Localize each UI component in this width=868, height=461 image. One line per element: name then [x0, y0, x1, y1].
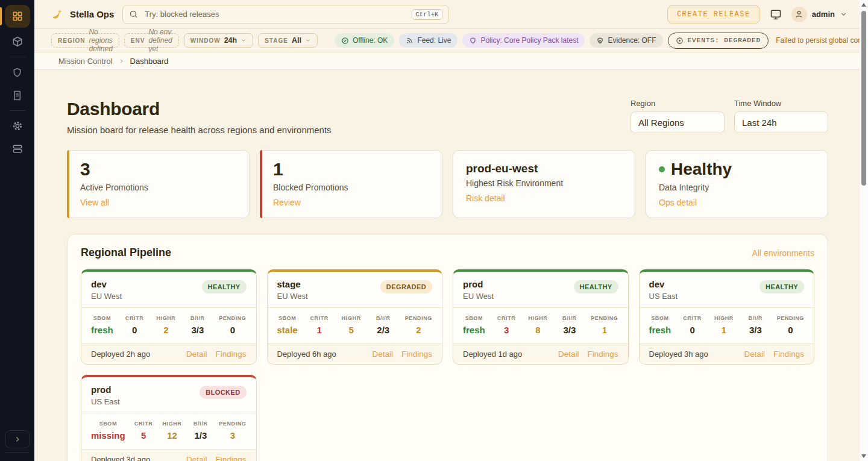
active-promotions-card: 3 Active Promotions View all	[67, 150, 250, 218]
stat-critr-value: 3	[496, 325, 517, 335]
findings-link[interactable]: Findings	[587, 350, 618, 359]
server-icon	[11, 143, 24, 155]
sidebar-divider	[5, 452, 30, 453]
ops-detail-link[interactable]: Ops detail	[659, 198, 697, 207]
stat-highr-value: 8	[527, 325, 548, 335]
global-search[interactable]: Ctrl+K	[122, 5, 449, 24]
pipeline-grid: dev EU West HEALTHY SBOMfresh CRITR0 HIG…	[81, 269, 814, 461]
search-input[interactable]	[143, 9, 406, 19]
chip-label: STAGE	[265, 37, 288, 44]
stat-header: SBOM	[463, 315, 485, 321]
offline-status-pill[interactable]: Offline: OK	[335, 33, 394, 48]
pipeline-card-stage-eu-west: stage EU West DEGRADED SBOMstale CRITR1 …	[267, 269, 443, 365]
time-window-select[interactable]: Last 24h	[734, 111, 828, 133]
card-accent	[260, 150, 262, 218]
stat-header: B/I/R	[559, 315, 580, 321]
chevron-right-icon	[118, 58, 125, 64]
chevron-right-icon	[13, 435, 22, 444]
env-name: dev	[649, 279, 678, 289]
stage-filter-chip[interactable]: STAGE All	[258, 33, 318, 48]
events-status-pill[interactable]: EVENTS: DEGRADED	[668, 33, 769, 49]
breadcrumb-parent[interactable]: Mission Control	[58, 57, 113, 66]
card-accent	[67, 150, 69, 218]
stat-header: CRITR	[496, 315, 517, 321]
region-filter-chip[interactable]: REGION No regions defined	[51, 33, 119, 48]
blocked-promotions-card: 1 Blocked Promotions Review	[260, 150, 442, 218]
evidence-status-pill[interactable]: Evidence: OFF	[590, 33, 662, 48]
view-all-link[interactable]: View all	[80, 198, 109, 207]
card-value: prod-eu-west	[466, 163, 622, 175]
findings-link[interactable]: Findings	[215, 350, 246, 359]
sidebar-item-settings[interactable]	[5, 117, 30, 135]
env-region: US East	[649, 292, 678, 301]
stat-header: SBOM	[91, 421, 125, 427]
health-dot-icon	[659, 166, 665, 172]
data-integrity-card: Healthy Data Integrity Ops detail	[646, 150, 828, 218]
findings-link[interactable]: Findings	[401, 350, 432, 359]
detail-link[interactable]: Detail	[744, 350, 765, 359]
display-mode-button[interactable]	[769, 7, 783, 22]
sidebar-item-security[interactable]	[5, 63, 30, 81]
env-region: US East	[91, 397, 120, 406]
all-environments-link[interactable]: All environments	[752, 248, 815, 258]
region-select[interactable]: All Regions	[631, 111, 725, 133]
sidebar-item-releases[interactable]	[5, 33, 30, 51]
card-label: Data Integrity	[659, 183, 815, 192]
create-release-button[interactable]: CREATE RELEASE	[667, 5, 760, 24]
avatar	[791, 7, 807, 22]
chip-label: REGION	[58, 37, 85, 44]
pipeline-card-dev-eu-west: dev EU West HEALTHY SBOMfresh CRITR0 HIG…	[81, 269, 257, 365]
env-region: EU West	[463, 292, 494, 301]
scroll-down-arrow[interactable]	[861, 454, 866, 458]
context-bar: REGION No regions defined ENV No env def…	[34, 28, 860, 52]
monitor-icon	[770, 8, 782, 20]
sidebar-collapse-button[interactable]	[5, 430, 30, 448]
sidebar-item-documents[interactable]	[5, 86, 30, 104]
feed-status-pill[interactable]: Feed: Live	[399, 33, 458, 48]
search-icon	[129, 10, 138, 19]
env-filter-chip[interactable]: ENV No env defined yet	[124, 33, 179, 48]
stat-sbom-value: missing	[91, 430, 125, 441]
detail-link[interactable]: Detail	[186, 350, 207, 359]
chip-value: 24h	[224, 36, 237, 45]
stat-header: B/I/R	[745, 315, 766, 321]
chip-value: All	[292, 36, 301, 45]
stat-sbom-value: stale	[277, 325, 298, 335]
context-warning-text: Failed to persist global context prefere…	[776, 36, 868, 45]
stat-bir-value: 1/3	[190, 430, 211, 441]
user-menu[interactable]: admin	[791, 7, 848, 22]
card-value: Healthy	[671, 160, 732, 179]
findings-link[interactable]: Findings	[215, 455, 246, 461]
stat-header: CRITR	[133, 421, 154, 427]
page-title: Dashboard	[67, 99, 332, 119]
findings-link[interactable]: Findings	[773, 350, 804, 359]
status-badge: HEALTHY	[760, 280, 804, 293]
risk-detail-link[interactable]: Risk detail	[466, 193, 505, 203]
detail-link[interactable]: Detail	[558, 350, 579, 359]
vertical-scrollbar[interactable]	[860, 0, 868, 461]
stat-bir-value: 3/3	[187, 325, 208, 335]
keyboard-shortcut-badge: Ctrl+K	[412, 9, 443, 20]
deployed-text: Deployed 3h ago	[649, 350, 708, 359]
detail-link[interactable]: Detail	[186, 455, 207, 461]
circle-dot-icon	[676, 37, 684, 45]
stat-header: CRITR	[124, 315, 145, 321]
policy-status-pill[interactable]: Policy: Core Policy Pack latest	[462, 33, 585, 48]
review-link[interactable]: Review	[273, 198, 301, 207]
summary-cards: 3 Active Promotions View all 1 Blocked P…	[67, 150, 828, 218]
card-label: Blocked Promotions	[273, 183, 429, 192]
stat-header: B/I/R	[190, 421, 211, 427]
stat-header: CRITR	[309, 315, 330, 321]
scroll-up-arrow[interactable]	[861, 3, 866, 7]
sidebar-item-infrastructure[interactable]	[5, 140, 30, 158]
sidebar-item-dashboard[interactable]	[5, 5, 30, 28]
package-icon	[11, 36, 24, 48]
stat-header: PENDING	[219, 315, 246, 321]
shield-x-icon	[596, 37, 604, 45]
stat-critr-value: 1	[309, 325, 330, 335]
detail-link[interactable]: Detail	[372, 350, 393, 359]
window-filter-chip[interactable]: WINDOW 24h	[184, 33, 253, 48]
app-name: Stella Ops	[70, 9, 114, 19]
scrollbar-thumb[interactable]	[861, 11, 866, 186]
stat-header: SBOM	[91, 315, 113, 321]
